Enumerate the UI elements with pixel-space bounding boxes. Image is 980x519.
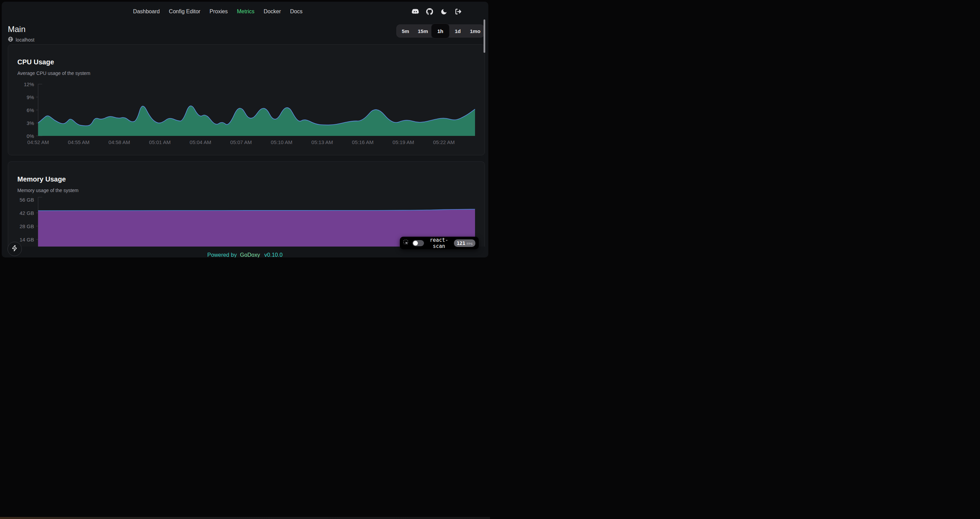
time-option-1d[interactable]: 1d [449,25,466,37]
logout-icon[interactable] [455,8,462,15]
y-axis-tick: 28 GB [14,224,34,229]
react-scan-label: react-scan [427,237,450,249]
quick-actions-button[interactable] [8,242,22,256]
scan-toggle[interactable] [412,240,424,246]
footer-brand-link[interactable]: GoDoxy [240,252,260,257]
inspect-icon[interactable] [403,240,409,247]
top-nav: DashboardConfig EditorProxiesMetricsDock… [2,2,488,24]
y-axis-tick: 42 GB [14,210,34,216]
lightning-icon [11,245,18,253]
x-axis-tick: 05:19 AM [388,139,418,145]
host-row: localhost [8,37,34,43]
github-icon[interactable] [426,8,433,15]
y-axis-tick: 9% [14,94,34,100]
host-name: localhost [16,37,34,43]
y-axis-tick: 14 GB [14,237,34,243]
globe-icon [8,37,13,43]
x-axis-tick: 05:01 AM [145,139,175,145]
time-option-15m[interactable]: 15m [414,25,431,37]
nav-item-docker[interactable]: Docker [264,8,281,14]
scan-toggle-knob [413,241,418,246]
scrollbar-thumb[interactable] [484,19,485,53]
x-axis-tick: 04:55 AM [63,139,94,145]
memory-usage-card: Memory Usage Memory usage of the system … [8,161,485,247]
footer-powered-by: Powered by [207,252,237,257]
nav-item-proxies[interactable]: Proxies [210,8,228,14]
time-option-1mo[interactable]: 1mo [466,25,484,37]
x-axis-tick: 05:16 AM [347,139,378,145]
x-axis-tick: 04:52 AM [23,139,53,145]
app-panel: DashboardConfig EditorProxiesMetricsDock… [2,2,488,257]
nav-item-metrics[interactable]: Metrics [237,8,255,14]
theme-moon-icon[interactable] [440,8,447,15]
nav-item-config-editor[interactable]: Config Editor [169,8,200,14]
y-axis-tick: 0% [14,133,34,139]
y-axis-tick: 12% [14,81,34,87]
y-axis-tick: 6% [14,107,34,113]
y-axis-tick: 3% [14,120,34,126]
x-axis-tick: 04:58 AM [104,139,135,145]
y-axis-tick: 56 GB [14,197,34,203]
x-axis-tick: 05:22 AM [429,139,460,145]
x-axis-tick: 05:13 AM [307,139,337,145]
time-range-selector: 5m15m1h1d1mo [396,24,484,37]
x-axis-tick: 05:04 AM [185,139,216,145]
nav-item-dashboard[interactable]: Dashboard [133,8,159,14]
x-axis-tick: 05:07 AM [226,139,256,145]
footer: Powered by GoDoxy v0.10.0 [2,252,488,257]
fps-unit: FPS [466,240,473,248]
fps-badge: 121 FPS [454,240,476,247]
time-option-1h[interactable]: 1h [431,24,449,38]
cpu-area-chart[interactable] [8,45,485,155]
nav-menu: DashboardConfig EditorProxiesMetricsDock… [2,2,434,21]
memory-area-chart[interactable] [8,162,485,247]
footer-version: v0.10.0 [264,252,283,257]
fps-value: 121 [457,240,465,247]
x-axis-tick: 05:10 AM [266,139,297,145]
time-option-5m[interactable]: 5m [397,25,414,37]
react-scan-widget: react-scan 121 FPS [400,237,479,249]
discord-icon[interactable] [412,8,419,15]
page-title: Main [8,24,25,34]
nav-icon-group [412,2,462,21]
cpu-usage-card: CPU Usage Average CPU usage of the syste… [8,44,485,155]
nav-item-docs[interactable]: Docs [290,8,302,14]
